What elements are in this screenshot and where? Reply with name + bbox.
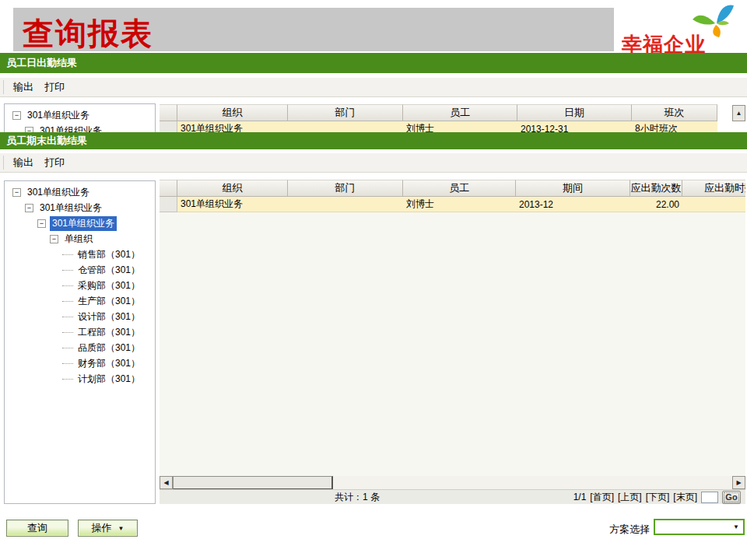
tree-connector — [62, 363, 73, 364]
tree-item-label: 财务部（301） — [75, 356, 142, 371]
query-button-label: 查询 — [27, 521, 47, 535]
collapse-icon[interactable]: − — [37, 219, 46, 228]
tree-item[interactable]: −301单组织业务 — [5, 200, 155, 215]
org-tree-period: −301单组织业务−301单组织业务−301单组织业务−单组织销售部（301）仓… — [4, 180, 156, 504]
next-page-link[interactable]: [下页] — [646, 491, 670, 504]
page-number-input[interactable] — [701, 492, 718, 503]
tree-item[interactable]: 采购部（301） — [5, 278, 155, 293]
tree-item-label: 仓管部（301） — [75, 263, 142, 278]
table-cell: 22.00 — [630, 197, 682, 212]
tree-item-label: 301单组织业务 — [37, 124, 104, 133]
tree-item[interactable]: −301单组织业务 — [5, 215, 155, 231]
tree-connector — [62, 254, 73, 255]
table-cell: 刘博士 — [403, 197, 516, 212]
tree-item[interactable]: −301单组织业务 — [5, 107, 155, 123]
scheme-select[interactable]: ▼ — [654, 519, 745, 535]
column-header[interactable]: 应出勤次数 — [630, 180, 682, 197]
first-page-link[interactable]: [首页] — [590, 491, 614, 504]
tree-item[interactable]: −单组织 — [5, 231, 155, 247]
tree-item-label: 工程部（301） — [75, 325, 142, 340]
toolbar-grip — [3, 156, 5, 170]
grid-header-row: 组织部门员工日期班次 — [160, 104, 745, 121]
print-menu-item[interactable]: 打印 — [39, 79, 70, 96]
tree-item[interactable]: −301单组织业务 — [5, 123, 155, 132]
row-selector-cell[interactable] — [160, 121, 177, 132]
tree-connector — [62, 379, 73, 380]
tree-item[interactable]: 计划部（301） — [5, 371, 155, 387]
collapse-icon[interactable]: − — [25, 204, 33, 212]
tree-connector — [62, 317, 73, 317]
table-row[interactable]: 301单组织业务刘博士2013-12-318小时班次 — [160, 121, 745, 132]
horizontal-scrollbar[interactable]: ◀ ▶ — [160, 476, 745, 489]
tree-connector — [62, 270, 73, 271]
scroll-right-icon[interactable]: ▶ — [732, 476, 745, 489]
collapse-icon[interactable]: − — [12, 188, 21, 197]
column-header[interactable]: 组织 — [177, 104, 288, 121]
table-cell — [288, 197, 403, 212]
column-header[interactable]: 部门 — [288, 180, 403, 197]
tree-item-label: 301单组织业务 — [25, 108, 92, 123]
scroll-left-icon[interactable]: ◀ — [160, 476, 173, 489]
brand-area: 幸福企业 — [614, 0, 747, 51]
column-header[interactable]: 组织 — [177, 180, 288, 197]
period-attendance-grid: ◀ ▶ 共计：1 条 1/1 [首页] [上页] [下页] [末页] Go 组织… — [160, 180, 745, 504]
tree-item[interactable]: 工程部（301） — [5, 324, 155, 340]
column-header[interactable]: 期间 — [516, 180, 630, 197]
tree-item-label: 采购部（301） — [75, 278, 142, 293]
tree-item[interactable]: 销售部（301） — [5, 247, 155, 262]
scroll-up-icon[interactable]: ▲ — [732, 105, 745, 121]
column-header[interactable]: 员工 — [403, 104, 517, 121]
column-header[interactable]: 班次 — [632, 104, 717, 121]
table-cell: 2013-12 — [516, 197, 630, 212]
tree-connector — [62, 301, 73, 302]
print-menu-item[interactable]: 打印 — [39, 154, 70, 171]
section2-label: 员工期末出勤结果 — [6, 134, 87, 148]
tree-item-label: 301单组织业务 — [50, 216, 117, 231]
toolbar-daily: 输出 打印 — [0, 77, 747, 97]
go-button[interactable]: Go — [722, 491, 741, 504]
column-header[interactable]: 员工 — [403, 180, 516, 197]
tree-item-label: 设计部（301） — [75, 310, 142, 324]
last-page-link[interactable]: [末页] — [673, 491, 697, 504]
query-button[interactable]: 查询 — [6, 520, 68, 537]
daily-attendance-grid: ▲ 组织部门员工日期班次301单组织业务刘博士2013-12-318小时班次 — [160, 104, 745, 132]
toolbar-period: 输出 打印 — [0, 152, 747, 173]
column-header[interactable]: 部门 — [288, 104, 403, 121]
scrollbar-thumb[interactable] — [173, 476, 333, 489]
grid-status-bar: 共计：1 条 1/1 [首页] [上页] [下页] [末页] Go — [160, 489, 745, 504]
tree-connector — [62, 348, 73, 348]
section-title-period-attendance: 员工期末出勤结果 — [0, 132, 747, 149]
action-button-label: 操作 — [92, 521, 112, 535]
prev-page-link[interactable]: [上页] — [618, 491, 642, 504]
table-cell — [288, 121, 403, 132]
collapse-icon[interactable]: − — [50, 235, 58, 243]
tree-item[interactable]: 品质部（301） — [5, 340, 155, 355]
row-selector-cell[interactable] — [160, 197, 177, 212]
action-dropdown-button[interactable]: 操作 ▼ — [78, 520, 138, 537]
export-menu-item[interactable]: 输出 — [8, 154, 39, 171]
page-indicator: 1/1 — [573, 492, 587, 502]
column-header[interactable]: 应出勤时数 — [682, 180, 745, 197]
tree-item[interactable]: 生产部（301） — [5, 293, 155, 309]
section1-label: 员工日出勤结果 — [6, 56, 77, 70]
table-cell: 301单组织业务 — [177, 197, 288, 212]
tree-item[interactable]: 财务部（301） — [5, 355, 155, 371]
header-band: 查询报表 — [13, 8, 614, 51]
column-header[interactable]: 日期 — [517, 104, 632, 121]
section-title-daily-attendance: 员工日出勤结果 — [0, 53, 747, 73]
period-attendance-panel: −301单组织业务−301单组织业务−301单组织业务−单组织销售部（301）仓… — [0, 180, 747, 504]
table-cell: 2013-12-31 — [517, 121, 632, 132]
tree-item[interactable]: 仓管部（301） — [5, 262, 155, 278]
page-title: 查询报表 — [23, 12, 153, 55]
record-count: 共计：1 条 — [335, 491, 380, 504]
collapse-icon[interactable]: − — [12, 111, 21, 120]
tree-item[interactable]: 设计部（301） — [5, 309, 155, 324]
tree-item-label: 销售部（301） — [75, 247, 142, 262]
tree-item[interactable]: −301单组织业务 — [5, 184, 155, 200]
export-menu-item[interactable]: 输出 — [8, 79, 39, 96]
tree-item-label: 生产部（301） — [75, 294, 142, 309]
collapse-icon[interactable]: − — [25, 127, 33, 133]
grid-header-row: 组织部门员工期间应出勤次数应出勤时数 — [160, 180, 745, 197]
table-row[interactable]: 301单组织业务刘博士2013-1222.00 — [160, 197, 745, 212]
org-tree-daily: −301单组织业务−301单组织业务 — [4, 103, 156, 132]
